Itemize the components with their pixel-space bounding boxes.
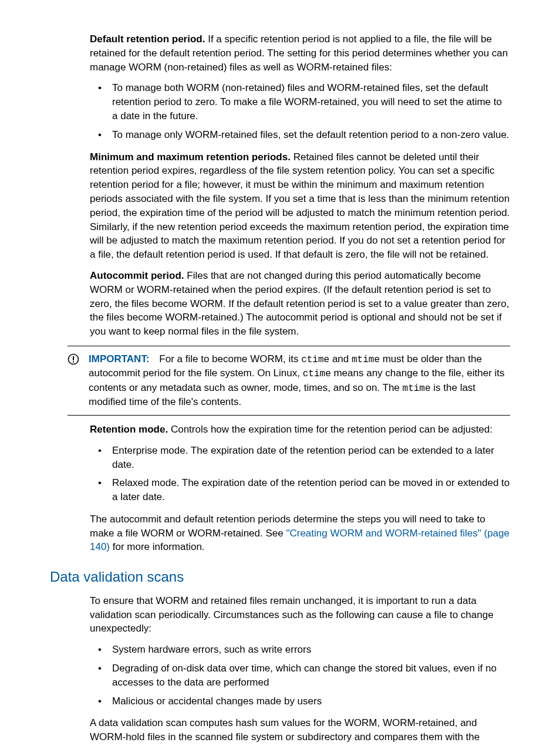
svg-rect-2 [73, 361, 74, 362]
default-retention-list: To manage both WORM (non-retained) files… [90, 81, 510, 141]
list-item: Malicious or accidental changes made by … [90, 694, 510, 708]
list-item: Degrading of on-disk data over time, whi… [90, 661, 510, 690]
code-mtime-2: mtime [403, 383, 431, 394]
list-item: Enterprise mode. The expiration date of … [90, 444, 510, 472]
default-retention-lead: Default retention period. [90, 33, 205, 45]
validation-scan-paragraph: A data validation scan computes hash sum… [90, 716, 510, 746]
list-item: Relaxed mode. The expiration date of the… [90, 476, 510, 504]
min-max-body: Retained files cannot be deleted until t… [90, 151, 510, 261]
validation-intro-paragraph: To ensure that WORM and retained files r… [90, 594, 510, 636]
list-item: System hardware errors, such as write er… [90, 643, 510, 657]
autocommit-paragraph: Autocommit period. Files that are not ch… [90, 269, 510, 339]
code-ctime-2: ctime [303, 369, 331, 379]
important-text-2: and [329, 353, 352, 364]
important-icon [68, 352, 89, 365]
list-item: To manage both WORM (non-retained) files… [90, 81, 510, 123]
default-retention-paragraph: Default retention period. If a specific … [90, 32, 510, 74]
code-mtime: mtime [352, 355, 380, 365]
svg-rect-1 [73, 356, 74, 360]
autocommit-summary-paragraph: The autocommit and default retention per… [90, 512, 510, 554]
important-text-1: For a file to become WORM, its [159, 353, 301, 364]
min-max-lead: Minimum and maximum retention periods. [90, 151, 291, 163]
retention-mode-list: Enterprise mode. The expiration date of … [90, 444, 510, 504]
validation-cause-list: System hardware errors, such as write er… [90, 643, 510, 708]
retention-mode-lead: Retention mode. [90, 424, 168, 435]
autocommit-lead: Autocommit period. [90, 270, 184, 281]
important-body: IMPORTANT: For a file to become WORM, it… [89, 352, 510, 409]
code-ctime: ctime [301, 355, 329, 365]
data-validation-heading: Data validation scans [50, 567, 510, 587]
important-admonition: IMPORTANT: For a file to become WORM, it… [68, 346, 510, 416]
retention-mode-paragraph: Retention mode. Controls how the expirat… [90, 423, 510, 437]
list-item: To manage only WORM-retained files, set … [90, 128, 510, 142]
retention-mode-body: Controls how the expiration time for the… [168, 424, 492, 435]
summary-text-2: for more information. [110, 541, 205, 552]
min-max-retention-paragraph: Minimum and maximum retention periods. R… [90, 150, 510, 262]
important-label: IMPORTANT: [89, 353, 150, 364]
